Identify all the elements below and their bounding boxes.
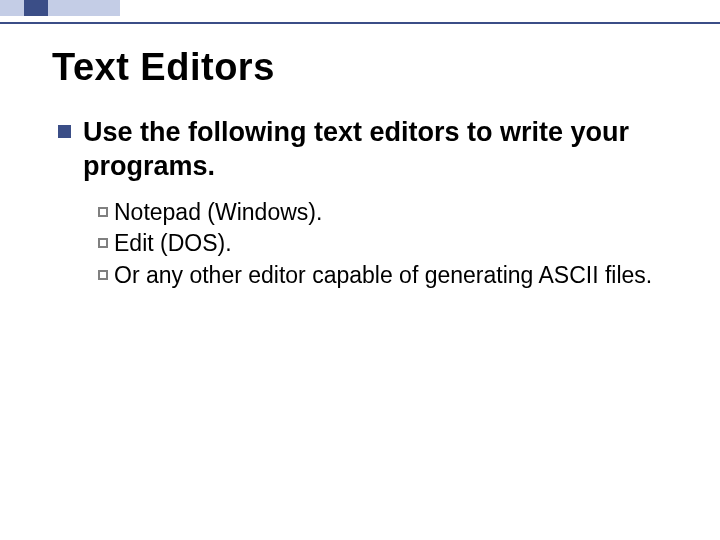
bullet-level1: Use the following text editors to write …: [58, 116, 658, 184]
bullet-level2: Notepad (Windows).: [98, 198, 658, 228]
accent-light-block: [0, 0, 120, 16]
accent-line: [0, 22, 720, 24]
top-accent: [0, 0, 720, 16]
bullet-level2: Or any other editor capable of generatin…: [98, 261, 658, 291]
hollow-square-icon: [98, 207, 108, 217]
main-point-text: Use the following text editors to write …: [83, 116, 658, 184]
sub-point-text: Notepad (Windows).: [114, 198, 322, 228]
slide-body: Use the following text editors to write …: [58, 116, 658, 293]
bullet-level2: Edit (DOS).: [98, 229, 658, 259]
sub-point-text: Or any other editor capable of generatin…: [114, 261, 652, 291]
slide: Text Editors Use the following text edit…: [0, 0, 720, 540]
hollow-square-icon: [98, 270, 108, 280]
sub-point-text: Edit (DOS).: [114, 229, 232, 259]
sub-bullet-list: Notepad (Windows). Edit (DOS). Or any ot…: [98, 198, 658, 292]
accent-dark-block: [24, 0, 48, 16]
square-bullet-icon: [58, 125, 71, 138]
slide-title: Text Editors: [52, 46, 275, 89]
hollow-square-icon: [98, 238, 108, 248]
